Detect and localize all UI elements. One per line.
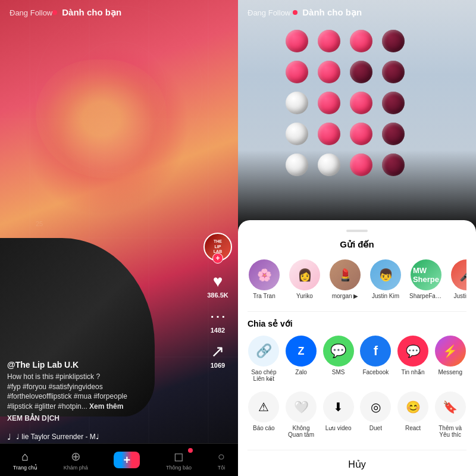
message-option[interactable]: 💬 Tin nhắn bbox=[397, 336, 430, 382]
react-label: React bbox=[405, 425, 421, 431]
zalo-icon: Z bbox=[286, 336, 317, 367]
duet-label: Duet bbox=[369, 425, 382, 431]
report-label: Báo cáo bbox=[253, 425, 275, 431]
gloss-dot bbox=[318, 123, 340, 145]
nav-search[interactable]: ⊕ Khám phá bbox=[64, 449, 88, 471]
contact-name-0: Tra Tran bbox=[253, 293, 275, 299]
like-action[interactable]: ♥ 386.5K bbox=[207, 273, 228, 299]
share-sheet-title: Gửi đến bbox=[248, 239, 466, 250]
right-follow-tab[interactable]: Đang Follow bbox=[248, 8, 290, 17]
contacts-row: 🌸 Tra Tran 👩 Yuriko 💄 morgan ▶ 👦 Justin … bbox=[248, 259, 466, 302]
svg-point-8 bbox=[36, 6, 202, 173]
for-you-label[interactable]: Dành cho bạn bbox=[62, 7, 121, 18]
share-action[interactable]: ↗ 1069 bbox=[211, 343, 225, 369]
contact-name-3: Justin Kim bbox=[372, 293, 399, 299]
sms-option[interactable]: 💬 SMS bbox=[322, 336, 355, 382]
gloss-dot bbox=[286, 154, 308, 176]
duet-option[interactable]: ◎ Duet bbox=[359, 392, 392, 438]
gloss-dot bbox=[318, 92, 340, 114]
notification-dot bbox=[188, 448, 193, 453]
react-icon: 😊 bbox=[397, 392, 428, 422]
contact-avatar-5: 🎤 bbox=[451, 259, 466, 290]
zalo-label: Zalo bbox=[295, 369, 306, 375]
save-video-option[interactable]: ⬇ Lưu video bbox=[322, 392, 355, 438]
gloss-dot bbox=[350, 30, 372, 52]
contact-item-4[interactable]: MWSherpe SharpeFamilySingers bbox=[409, 259, 443, 299]
add-favorite-label: Thêm vàYêu thíc bbox=[439, 425, 462, 438]
save-video-label: Lưu video bbox=[325, 425, 352, 431]
profile-label: Tôi bbox=[218, 465, 226, 471]
report-option[interactable]: ⚠ Báo cáo bbox=[248, 392, 280, 438]
gloss-dot bbox=[318, 30, 340, 52]
contact-avatar-2: 💄 bbox=[330, 259, 361, 290]
message-label: Tin nhắn bbox=[402, 369, 425, 375]
contact-item-1[interactable]: 👩 Yuriko bbox=[288, 259, 321, 299]
share-with-title: Chia sẻ với bbox=[248, 319, 466, 328]
share-options-row: 🔗 Sao chépLiên kết Z Zalo 💬 SMS bbox=[248, 336, 466, 382]
facebook-label: Facebook bbox=[362, 369, 389, 375]
cancel-button[interactable]: Hủy bbox=[248, 450, 466, 476]
search-icon: ⊕ bbox=[71, 449, 81, 464]
contact-item-2[interactable]: 💄 morgan ▶ bbox=[328, 259, 362, 299]
bottom-navigation: ⌂ Trang chủ ⊕ Khám phá + ◻ Thông báo ○ T… bbox=[0, 443, 238, 476]
right-top-navigation: Đang Follow Dành cho bạn bbox=[238, 0, 476, 25]
contact-avatar-4: MWSherpe bbox=[411, 259, 441, 290]
left-video-panel: 25 50 125 1.5 375 75 Đang Follow Dành ch… bbox=[0, 0, 238, 476]
messenger-option[interactable]: ⚡ Messeng bbox=[434, 336, 466, 382]
inbox-label: Thông báo bbox=[166, 465, 192, 471]
creator-username[interactable]: @The Lip Lab U.K bbox=[7, 360, 202, 369]
following-label: Đang Follow bbox=[10, 8, 52, 17]
contact-name-1: Yuriko bbox=[296, 293, 313, 299]
contact-item-5[interactable]: 🎤 Justin Vib bbox=[450, 259, 466, 299]
nav-inbox[interactable]: ◻ Thông báo bbox=[166, 449, 192, 471]
add-favorite-icon: 🔖 bbox=[435, 392, 466, 422]
gloss-dot bbox=[350, 154, 372, 176]
add-icon: + bbox=[123, 453, 130, 467]
gloss-dot bbox=[286, 92, 308, 114]
lip-gloss-grid bbox=[286, 30, 413, 183]
contact-name-2: morgan ▶ bbox=[332, 293, 359, 299]
right-video-panel: Đang Follow Dành cho bạn bbox=[238, 0, 476, 476]
add-button[interactable]: + bbox=[114, 452, 140, 468]
contact-item-0[interactable]: 🌸 Tra Tran bbox=[248, 259, 281, 299]
gloss-dot bbox=[286, 30, 308, 52]
add-favorite-option[interactable]: 🔖 Thêm vàYêu thíc bbox=[434, 392, 466, 438]
see-more-button[interactable]: Xem thêm bbox=[89, 402, 123, 411]
nav-home[interactable]: ⌂ Trang chủ bbox=[13, 450, 37, 471]
home-icon: ⌂ bbox=[21, 450, 29, 464]
top-navigation: Đang Follow Dành cho bạn bbox=[0, 0, 238, 25]
message-icon: 💬 bbox=[397, 336, 428, 367]
right-for-you-label[interactable]: Dành cho bạn bbox=[302, 7, 362, 18]
music-note-icon: ♩ bbox=[7, 432, 11, 441]
contact-avatar-3: 👦 bbox=[370, 259, 401, 290]
messenger-icon: ⚡ bbox=[435, 336, 466, 367]
contact-avatar-1: 👩 bbox=[289, 259, 320, 290]
svg-text:25: 25 bbox=[36, 220, 43, 227]
translate-button[interactable]: XEM BẢN DỊCH bbox=[7, 414, 202, 422]
comment-action[interactable]: ⋯ 1482 bbox=[209, 308, 226, 334]
contact-item-3[interactable]: 👦 Justin Kim bbox=[369, 259, 402, 299]
nav-add[interactable]: + bbox=[114, 452, 140, 468]
not-interested-option[interactable]: 🤍 KhôngQuan tâm bbox=[285, 392, 318, 438]
sms-icon: 💬 bbox=[323, 336, 354, 367]
like-count: 386.5K bbox=[207, 292, 228, 299]
facebook-option[interactable]: f Facebook bbox=[359, 336, 392, 382]
facebook-icon: f bbox=[360, 336, 391, 367]
divider bbox=[248, 311, 466, 312]
zalo-option[interactable]: Z Zalo bbox=[285, 336, 318, 382]
save-video-icon: ⬇ bbox=[323, 392, 354, 422]
react-option[interactable]: 😊 React bbox=[397, 392, 430, 438]
music-text: ♩ lie Taylor Surrender - M♩ bbox=[16, 433, 99, 441]
creator-avatar-container[interactable]: THELIPLAB + bbox=[203, 233, 232, 261]
action-icons-row: ⚠ Báo cáo 🤍 KhôngQuan tâm ⬇ Lưu video ◎ bbox=[248, 392, 466, 438]
nav-profile[interactable]: ○ Tôi bbox=[218, 450, 226, 471]
follow-plus-badge[interactable]: + bbox=[212, 253, 223, 264]
copy-link-option[interactable]: 🔗 Sao chépLiên kết bbox=[248, 336, 280, 382]
gloss-dot bbox=[382, 123, 405, 145]
follow-tab[interactable]: Đang Follow bbox=[10, 8, 52, 17]
live-dot bbox=[52, 10, 57, 15]
svg-point-7 bbox=[71, 42, 167, 137]
gloss-dot bbox=[286, 123, 308, 145]
gloss-dot bbox=[350, 92, 372, 114]
gloss-dot bbox=[350, 123, 372, 145]
